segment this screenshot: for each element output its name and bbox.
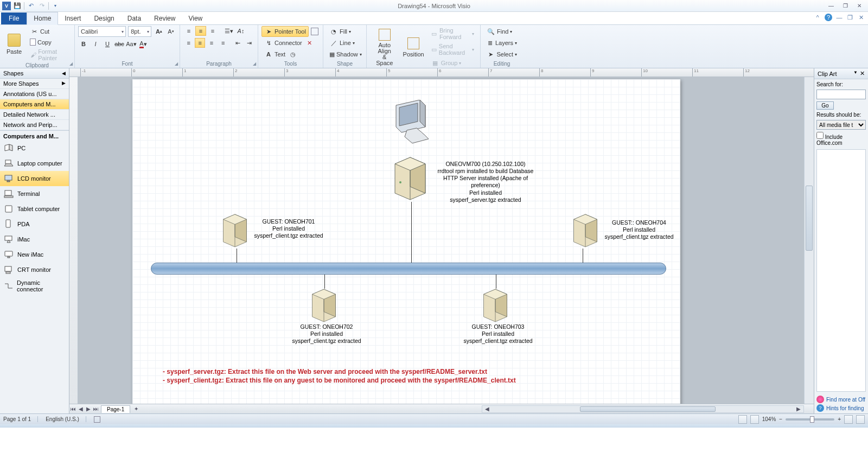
view-fullscreen-icon[interactable] bbox=[750, 415, 759, 424]
underline-icon[interactable]: U bbox=[102, 39, 113, 49]
align-right-icon[interactable]: ≡ bbox=[206, 38, 216, 48]
page-next-icon[interactable]: ▶ bbox=[85, 406, 92, 412]
increase-indent-icon[interactable]: ⇥ bbox=[244, 38, 254, 48]
ribbon-close-icon[interactable]: ✕ bbox=[857, 14, 865, 21]
zoom-slider[interactable] bbox=[786, 418, 834, 421]
media-type-select[interactable]: All media file t bbox=[816, 120, 866, 130]
shape-lcd-monitor[interactable]: LCD monitor bbox=[0, 171, 69, 186]
align-justify-icon[interactable]: ≡ bbox=[218, 38, 228, 48]
hscroll-left-icon[interactable]: ◀ bbox=[483, 406, 491, 412]
tab-review[interactable]: Review bbox=[148, 12, 182, 24]
auto-align-button[interactable]: Auto Align & Space bbox=[370, 27, 399, 68]
connector-main[interactable] bbox=[411, 202, 412, 265]
shape-tablet[interactable]: Tablet computer bbox=[0, 201, 69, 217]
connector-702[interactable] bbox=[324, 275, 325, 289]
bold-icon[interactable]: B bbox=[78, 39, 89, 49]
bring-forward-button[interactable]: ▭Bring Forward▾ bbox=[428, 26, 477, 41]
shape-server-702[interactable] bbox=[310, 288, 337, 323]
full-screen-icon[interactable] bbox=[856, 415, 865, 424]
help-icon[interactable]: ? bbox=[825, 14, 832, 21]
restore-icon[interactable]: ❐ bbox=[839, 2, 852, 10]
vscroll-thumb[interactable] bbox=[806, 186, 813, 251]
layers-button[interactable]: ≣Layers▾ bbox=[484, 37, 520, 48]
rectangle-tool-icon[interactable] bbox=[311, 28, 318, 35]
go-button[interactable]: Go bbox=[816, 101, 834, 110]
page-last-icon[interactable]: ⏭ bbox=[92, 406, 100, 412]
include-office-checkbox[interactable]: Include Office.com bbox=[816, 132, 866, 146]
tab-home[interactable]: Home bbox=[27, 12, 58, 25]
stencil-annotations[interactable]: Annotations (US u... bbox=[0, 89, 69, 99]
tab-design[interactable]: Design bbox=[87, 12, 120, 24]
page-prev-icon[interactable]: ◀ bbox=[77, 406, 85, 412]
paste-button[interactable]: Paste bbox=[3, 32, 25, 56]
decrease-indent-icon[interactable]: ⇤ bbox=[233, 38, 243, 48]
clipboard-dialog-icon[interactable]: ◢ bbox=[69, 61, 73, 66]
stencil-network-periph[interactable]: Network and Perip... bbox=[0, 120, 69, 130]
line-button[interactable]: ／Line▾ bbox=[327, 37, 363, 48]
zoom-thumb[interactable] bbox=[810, 416, 814, 423]
vertical-scrollbar[interactable] bbox=[804, 77, 814, 404]
group-button[interactable]: ▦Group▾ bbox=[428, 58, 477, 68]
ribbon-collapse-icon[interactable]: — bbox=[835, 14, 843, 21]
find-more-link[interactable]: Find more at Off bbox=[816, 395, 866, 404]
connector-703[interactable] bbox=[496, 275, 496, 289]
hints-link[interactable]: ?Hints for finding bbox=[816, 404, 866, 412]
tab-data[interactable]: Data bbox=[121, 12, 148, 24]
connection-point-icon[interactable]: ✕ bbox=[307, 40, 312, 47]
clip-art-results[interactable] bbox=[816, 149, 866, 392]
shrink-font-icon[interactable]: A▾ bbox=[165, 27, 176, 36]
shape-pc[interactable]: PC bbox=[0, 141, 69, 156]
stencil-detailed-network[interactable]: Detailed Network ... bbox=[0, 110, 69, 120]
shape-new-imac[interactable]: New iMac bbox=[0, 247, 69, 262]
qat-customize-icon[interactable]: ▼ bbox=[51, 2, 60, 10]
copy-button[interactable]: Copy bbox=[27, 37, 71, 47]
text-tool-button[interactable]: AText bbox=[261, 49, 288, 60]
view-normal-icon[interactable] bbox=[738, 415, 747, 424]
more-shapes-item[interactable]: More Shapes▶ bbox=[0, 79, 69, 89]
shape-laptop[interactable]: Laptop computer bbox=[0, 156, 69, 171]
font-family-combo[interactable]: Calibri bbox=[78, 26, 126, 37]
drawing-canvas[interactable]: ONEOVM700 (10.250.102.100) rrdtool rpm i… bbox=[78, 77, 804, 404]
shadow-button[interactable]: ▦Shadow▾ bbox=[327, 49, 363, 60]
italic-icon[interactable]: I bbox=[90, 39, 101, 49]
tab-view[interactable]: View bbox=[182, 12, 209, 24]
send-backward-button[interactable]: ▭Send Backward▾ bbox=[428, 42, 477, 57]
pointer-tool-button[interactable]: ➤Pointer Tool bbox=[261, 26, 309, 37]
stencil-computers[interactable]: Computers and M... bbox=[0, 99, 69, 110]
format-painter-button[interactable]: 🖌Format Painter bbox=[27, 47, 71, 62]
select-button[interactable]: ➤Select▾ bbox=[484, 49, 520, 60]
fill-button[interactable]: ◔Fill▾ bbox=[327, 26, 363, 37]
shape-imac[interactable]: iMac bbox=[0, 232, 69, 247]
font-color-icon[interactable]: A▾ bbox=[138, 39, 149, 49]
tab-insert[interactable]: Insert bbox=[58, 12, 87, 24]
cut-button[interactable]: ✂Cut bbox=[27, 26, 71, 37]
grow-font-icon[interactable]: A▴ bbox=[154, 27, 164, 36]
text-guest-703[interactable]: GUEST: ONEOH703 Perl installed sysperf_c… bbox=[460, 323, 536, 345]
bullets-icon[interactable]: ☰▾ bbox=[224, 26, 234, 36]
redo-icon[interactable]: ↷ bbox=[37, 2, 46, 10]
visio-app-icon[interactable]: V bbox=[2, 2, 11, 10]
hscroll-right-icon[interactable]: ▶ bbox=[795, 406, 802, 412]
fit-page-icon[interactable] bbox=[844, 415, 853, 424]
shape-pda[interactable]: PDA bbox=[0, 217, 69, 232]
text-guest-704[interactable]: GUEST:: ONEOH704 Perl installed sysperf_… bbox=[601, 219, 677, 240]
minimize-icon[interactable]: — bbox=[825, 2, 838, 10]
ribbon-restore-icon[interactable]: ❐ bbox=[846, 14, 854, 21]
shape-crt-monitor[interactable]: CRT monitor bbox=[0, 262, 69, 277]
paragraph-dialog-icon[interactable]: ◢ bbox=[253, 61, 256, 66]
text-direction-icon[interactable]: A↕ bbox=[235, 26, 246, 36]
change-case-icon[interactable]: Aa▾ bbox=[126, 39, 137, 49]
ink-tool-icon[interactable]: ◷ bbox=[290, 51, 296, 58]
hscroll-thumb[interactable] bbox=[580, 406, 716, 412]
font-dialog-icon[interactable]: ◢ bbox=[175, 61, 178, 66]
align-center-icon[interactable]: ≡ bbox=[195, 38, 205, 48]
text-note-1[interactable]: - sysperf_server.tgz: Extract this file … bbox=[163, 368, 542, 376]
drawing-page[interactable]: ONEOVM700 (10.250.102.100) rrdtool rpm i… bbox=[132, 79, 680, 404]
text-guest-702[interactable]: GUEST: ONEOH702 Perl installed sysperf_c… bbox=[289, 323, 365, 345]
connector-tool-button[interactable]: ↯Connector bbox=[261, 37, 305, 48]
shape-server-704[interactable] bbox=[572, 213, 599, 249]
shape-server-701[interactable] bbox=[221, 213, 248, 249]
ribbon-minimize-icon[interactable]: ^ bbox=[814, 14, 821, 21]
zoom-value[interactable]: 104% bbox=[762, 416, 776, 422]
status-language[interactable]: English (U.S.) bbox=[46, 416, 86, 422]
